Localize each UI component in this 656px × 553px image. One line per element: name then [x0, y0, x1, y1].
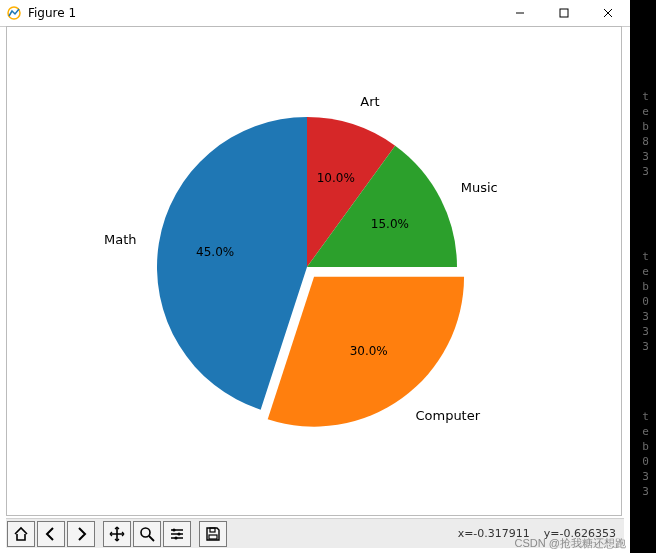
forward-button[interactable]: [67, 521, 95, 547]
close-button[interactable]: [586, 0, 630, 26]
figure-canvas[interactable]: 10.0%Art15.0%Music30.0%Computer45.0%Math: [6, 26, 622, 516]
svg-point-5: [174, 536, 177, 539]
svg-point-4: [177, 532, 180, 535]
slice-label-art: Art: [360, 94, 379, 109]
svg-point-2: [141, 528, 150, 537]
slice-label-computer: Computer: [415, 408, 480, 423]
zoom-button[interactable]: [133, 521, 161, 547]
pct-label-music: 15.0%: [371, 217, 409, 231]
pan-button[interactable]: [103, 521, 131, 547]
svg-point-3: [172, 528, 175, 531]
strip-text-2: teb0333: [639, 250, 652, 355]
window-title: Figure 1: [28, 6, 76, 20]
slice-label-music: Music: [461, 180, 498, 195]
save-button[interactable]: [199, 521, 227, 547]
minimize-button[interactable]: [498, 0, 542, 26]
pct-label-math: 45.0%: [196, 245, 234, 259]
pct-label-art: 10.0%: [317, 171, 355, 185]
subplots-config-button[interactable]: [163, 521, 191, 547]
pie-chart: 10.0%Art15.0%Music30.0%Computer45.0%Math: [67, 57, 547, 477]
svg-rect-1: [560, 9, 568, 17]
right-sidebar-strip: teb833 teb0333 teb033: [630, 0, 656, 553]
home-button[interactable]: [7, 521, 35, 547]
maximize-button[interactable]: [542, 0, 586, 26]
watermark-text: CSDN @抢我糖还想跑: [515, 536, 626, 551]
window-titlebar: Figure 1: [0, 0, 630, 27]
svg-rect-7: [209, 535, 217, 539]
svg-rect-6: [210, 528, 215, 532]
pct-label-computer: 30.0%: [350, 344, 388, 358]
back-button[interactable]: [37, 521, 65, 547]
strip-text-3: teb033: [639, 410, 652, 500]
pie-slice-math: [157, 117, 307, 410]
slice-label-math: Math: [104, 232, 137, 247]
strip-text-1: teb833: [639, 90, 652, 180]
app-icon: [6, 5, 22, 21]
